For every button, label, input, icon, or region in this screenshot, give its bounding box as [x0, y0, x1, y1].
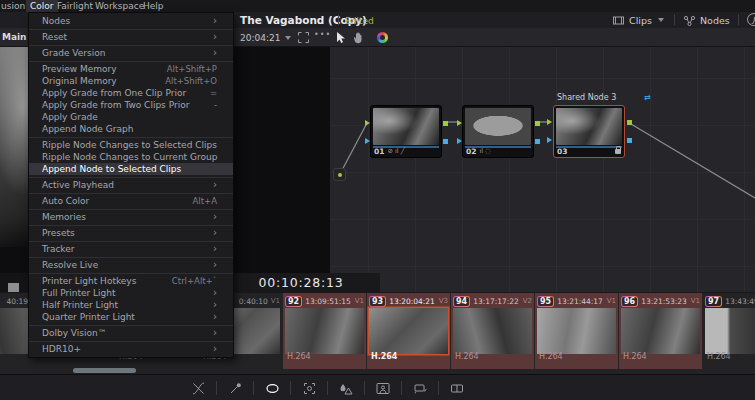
nodes-icon — [683, 14, 696, 27]
source-node[interactable] — [333, 168, 346, 181]
rgb-output-icon[interactable] — [627, 120, 632, 125]
menu-item-memories[interactable]: Memories — [29, 211, 233, 223]
menu-item-auto-color[interactable]: Auto ColorAlt+A — [29, 195, 233, 207]
menu-item-hdr10plus[interactable]: HDR10+ — [29, 343, 233, 355]
key-output-icon[interactable] — [535, 139, 540, 144]
key-output-icon[interactable] — [443, 139, 448, 144]
menubar-item-help[interactable]: Help — [139, 0, 168, 12]
menu-item-apply-grade-one-prior[interactable]: Apply Grade from One Clip Prior= — [29, 87, 233, 99]
key-output-icon[interactable] — [627, 138, 632, 143]
rgb-input-icon[interactable] — [365, 120, 370, 126]
menu-item-quarter-printer-light[interactable]: Quarter Printer Light — [29, 311, 233, 323]
node-01[interactable]: 01⊘ ıl ╱ — [370, 105, 442, 158]
expand-icon[interactable] — [297, 31, 310, 44]
header-separator — [674, 14, 675, 25]
menu-item-ripple-current-group[interactable]: Ripple Node Changes to Current Group — [29, 151, 233, 163]
clip-partial-left[interactable]: 40:19 — [0, 293, 30, 369]
power-window-icon[interactable] — [254, 375, 290, 400]
menu-item-nodes[interactable]: Nodes — [29, 15, 233, 27]
menu-item-resolve-live[interactable]: Resolve Live — [29, 259, 233, 271]
curves-disabled-icon[interactable] — [180, 375, 216, 400]
menu-item-preview-memory[interactable]: Preview MemoryAlt+Shift+P — [29, 63, 233, 75]
clips-button[interactable]: Clips — [612, 13, 664, 27]
node-03-shared[interactable]: 03 — [553, 105, 625, 158]
clip-thumbnail[interactable] — [285, 308, 364, 354]
timeline-scrollbar[interactable] — [73, 368, 136, 373]
menu-item-printer-light-hotkeys[interactable]: Printer Light HotkeysCtrl+Alt+` — [29, 275, 233, 287]
clip-number-badge: 95 — [537, 296, 554, 307]
clip-94[interactable]: 9413:17:17:22V2 H.264 — [451, 293, 534, 369]
more-options-icon[interactable]: ••• — [314, 30, 331, 39]
clip-thumbnail[interactable] — [621, 308, 700, 354]
menu-item-presets[interactable]: Presets — [29, 227, 233, 239]
clip-96[interactable]: 9613:21:53:23V1 H.264 — [619, 293, 702, 369]
clips-icon — [612, 14, 625, 27]
menu-item-apply-grade[interactable]: Apply Grade — [29, 111, 233, 123]
menu-item-append-node-to-selected-clips[interactable]: Append Node to Selected Clips — [29, 163, 233, 175]
menu-item-half-printer-light[interactable]: Half Printer Light — [29, 299, 233, 311]
key-input-icon[interactable] — [365, 138, 370, 144]
clip-number-badge: 94 — [453, 296, 470, 307]
clip-92[interactable]: 9213:09:51:15V1 H.264 — [283, 293, 366, 369]
shared-node-label: Shared Node 3 ⇄ — [557, 93, 647, 103]
clip-97[interactable]: 9713:43:49:22 H.264 — [703, 293, 755, 369]
clip-93-current[interactable]: 9313:20:04:21V3 H.264 — [367, 293, 450, 369]
menubar-item-fusion[interactable]: usion — [0, 0, 29, 12]
color-picker-icon[interactable] — [217, 375, 253, 400]
chevron-down-icon — [285, 36, 291, 40]
hand-tool-icon[interactable] — [352, 31, 365, 44]
rgb-output-icon[interactable] — [443, 121, 448, 126]
rgb-input-icon[interactable] — [547, 119, 552, 125]
clip-thumbnail[interactable] — [0, 308, 28, 354]
menu-item-active-playhead[interactable]: Active Playhead — [29, 179, 233, 191]
chevron-down-icon — [658, 18, 664, 22]
menu-divider — [29, 225, 233, 226]
clips-button-label: Clips — [629, 15, 652, 26]
menu-item-apply-grade-two-prior[interactable]: Apply Grade from Two Clips Prior- — [29, 99, 233, 111]
menu-item-tracker[interactable]: Tracker — [29, 243, 233, 255]
split-screen-icon[interactable] — [439, 375, 475, 400]
menu-item-full-printer-light[interactable]: Full Printer Light — [29, 287, 233, 299]
bottom-toolbar — [0, 374, 755, 400]
menu-item-reset[interactable]: Reset — [29, 31, 233, 43]
rgb-output-icon[interactable] — [535, 121, 540, 126]
menu-divider — [29, 325, 233, 326]
menu-divider — [29, 45, 233, 46]
node-02-thumbnail — [465, 108, 531, 145]
menu-divider — [29, 29, 233, 30]
image-wipe-icon[interactable] — [402, 375, 438, 400]
edited-status: Edited — [345, 16, 374, 26]
menu-item-grade-version[interactable]: Grade Version — [29, 47, 233, 59]
nodes-button[interactable]: Nodes — [683, 13, 730, 27]
openfx-icon[interactable]: ƒ — [747, 13, 755, 26]
qualifier-icon[interactable] — [328, 375, 364, 400]
menu-divider — [29, 209, 233, 210]
rgb-input-icon[interactable] — [457, 120, 462, 126]
color-menu-dropdown: Nodes Reset Grade Version Preview Memory… — [28, 12, 234, 358]
viewer-timecode-dropdown[interactable]: 20:04:21 — [240, 33, 291, 43]
nodes-button-label: Nodes — [700, 15, 730, 26]
node-01-label: 01 — [374, 147, 384, 156]
clip-number-badge: 92 — [285, 296, 302, 307]
menu-item-original-memory[interactable]: Original MemoryAlt+Shift+O — [29, 75, 233, 87]
color-wheel-icon[interactable] — [377, 32, 388, 43]
key-input-icon[interactable] — [547, 137, 552, 143]
menu-item-append-node-graph[interactable]: Append Node Graph — [29, 123, 233, 135]
menu-divider — [29, 61, 233, 62]
clip-thumbnail[interactable] — [453, 308, 532, 354]
clip-thumbnail[interactable] — [369, 308, 448, 354]
magic-mask-icon[interactable] — [365, 375, 401, 400]
pointer-tool-icon[interactable] — [334, 31, 347, 44]
menu-item-dolby-vision[interactable]: Dolby Vision™ — [29, 327, 233, 339]
clip-thumbnail[interactable] — [537, 308, 616, 354]
tracker-icon[interactable] — [291, 375, 327, 400]
key-input-icon[interactable] — [457, 138, 462, 144]
clip-thumbnail[interactable] — [705, 308, 755, 354]
clip-95[interactable]: 9513:21:44:17V1 H.264 — [535, 293, 618, 369]
clip-number-badge: 97 — [705, 296, 722, 307]
node-graph-panel[interactable]: 01⊘ ıl ╱ 02ıl ◌ Shared Node 3 ⇄ 03 — [330, 47, 755, 292]
menu-item-ripple-selected-clips[interactable]: Ripple Node Changes to Selected Clips — [29, 139, 233, 151]
menu-divider — [29, 137, 233, 138]
node-02[interactable]: 02ıl ◌ — [462, 105, 534, 158]
menu-divider — [29, 341, 233, 342]
